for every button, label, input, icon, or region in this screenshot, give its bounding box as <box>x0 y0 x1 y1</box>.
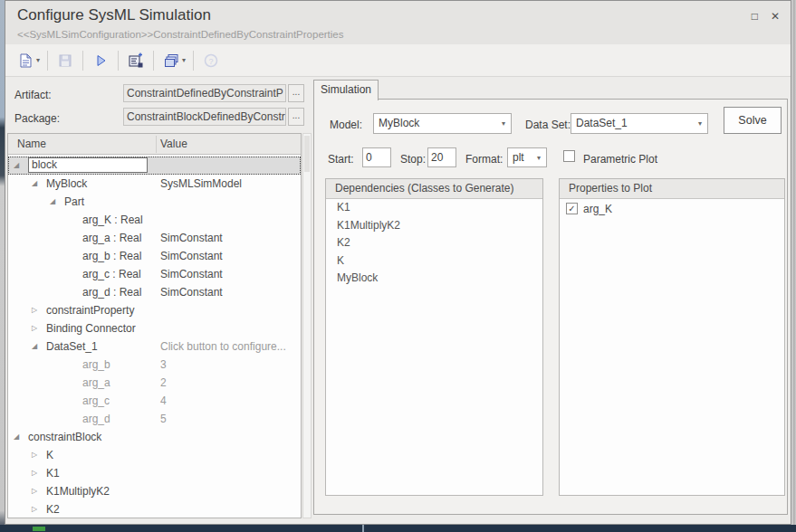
new-artifact-icon[interactable] <box>14 50 36 71</box>
tree-column-name: Name <box>17 138 46 150</box>
start-input[interactable] <box>362 147 391 167</box>
collapse-icon[interactable]: ◢ <box>14 161 19 169</box>
collapse-icon[interactable]: ◢ <box>32 179 37 187</box>
maximize-icon[interactable]: □ <box>752 10 758 23</box>
backdrop-line <box>362 525 364 532</box>
stop-input[interactable] <box>427 147 456 167</box>
tree-node-name[interactable]: arg_a : Real <box>82 232 141 244</box>
tree-node-name[interactable]: arg_b : Real <box>82 250 141 262</box>
model-dropdown[interactable]: MyBlock ▾ <box>373 113 512 134</box>
generate-code-icon[interactable] <box>125 50 147 71</box>
tree-row[interactable]: arg_b : RealSimConstant <box>8 247 301 265</box>
tree-node-value: SimConstant <box>160 232 223 244</box>
run-simulation-icon[interactable] <box>90 50 111 71</box>
dependency-item[interactable]: K1MultiplyK2 <box>326 217 542 235</box>
tree-node-name[interactable]: arg_c <box>82 394 110 407</box>
tree-node-name[interactable]: K1MultiplyK2 <box>46 485 110 498</box>
tree-node-value: Click button to configure... <box>160 340 286 353</box>
tree-node-name[interactable]: constraintBlock <box>28 431 101 443</box>
tree-row[interactable]: arg_K : Real <box>8 211 301 229</box>
dependency-item[interactable]: K2 <box>326 234 542 252</box>
expand-icon[interactable]: ▷ <box>32 324 37 332</box>
tree-node-value: SimConstant <box>160 250 223 262</box>
package-label: Package: <box>14 112 60 125</box>
tree-node-name[interactable]: constraintProperty <box>46 304 134 317</box>
tree-node-value: 5 <box>160 413 167 425</box>
tree-row[interactable]: arg_b3 <box>8 356 301 374</box>
tree-row[interactable]: ▷K2 <box>8 500 301 517</box>
artifact-browse-button[interactable]: ... <box>288 84 304 102</box>
tree-row[interactable]: ◢block <box>8 157 301 175</box>
tree-row[interactable]: ▷K1 <box>8 464 301 482</box>
tree-node-name[interactable]: DataSet_1 <box>46 340 98 353</box>
tree-node-name[interactable]: arg_a <box>82 376 110 389</box>
tree-node-name[interactable]: K <box>46 449 53 461</box>
parametric-plot-checkbox[interactable] <box>563 150 575 162</box>
tree-node-name[interactable]: arg_K : Real <box>82 214 143 226</box>
new-artifact-dropdown-icon[interactable]: ▾ <box>36 56 40 64</box>
collapse-icon[interactable]: ◢ <box>50 197 55 205</box>
simulation-tab-page: Model: MyBlock ▾ Data Set: DataSet_1 ▾ S… <box>313 99 788 515</box>
tree-row[interactable]: ◢Part <box>8 193 301 211</box>
tree-node-value: SimConstant <box>160 286 223 299</box>
tree-node-name[interactable]: Part <box>64 195 84 208</box>
expand-icon[interactable]: ▷ <box>32 487 37 495</box>
save-icon[interactable] <box>54 50 76 71</box>
toolbar-separator <box>153 51 154 71</box>
copy-icon[interactable] <box>160 50 182 71</box>
tree-row[interactable]: arg_a : RealSimConstant <box>8 229 301 247</box>
dependency-item[interactable]: K1 <box>326 199 542 217</box>
package-browse-button[interactable]: ... <box>288 108 304 126</box>
tree-row[interactable]: arg_a2 <box>8 374 301 392</box>
tree-node-value: 4 <box>160 394 167 407</box>
tree-row[interactable]: ▷K1MultiplyK2 <box>8 482 301 500</box>
tree-node-name[interactable]: arg_b <box>82 358 110 371</box>
chevron-down-icon: ▾ <box>502 114 505 133</box>
chevron-down-icon: ▾ <box>537 148 541 167</box>
tree-row[interactable]: ▷constraintProperty <box>8 301 301 319</box>
property-item[interactable]: ✓arg_K <box>560 199 784 218</box>
tree-node-name[interactable]: K2 <box>46 503 60 516</box>
solve-button[interactable]: Solve <box>724 107 782 134</box>
property-checkbox[interactable]: ✓ <box>566 203 578 214</box>
help-icon[interactable]: ? <box>200 50 222 71</box>
collapse-icon[interactable]: ◢ <box>32 342 37 350</box>
format-dropdown[interactable]: plt ▾ <box>507 147 547 167</box>
tree-row[interactable]: arg_c : RealSimConstant <box>8 265 301 283</box>
collapse-icon[interactable]: ◢ <box>14 432 19 441</box>
tree-node-name[interactable]: Binding Connector <box>46 322 136 335</box>
tree-node-name[interactable]: arg_c : Real <box>82 268 141 280</box>
copy-dropdown-icon[interactable]: ▾ <box>182 56 186 64</box>
tree-node-name-editor[interactable]: block <box>28 157 148 173</box>
tree-row[interactable]: arg_d : RealSimConstant <box>8 283 301 301</box>
tree-row[interactable]: ◢MyBlockSysMLSimModel <box>8 175 301 193</box>
stereotype-subtitle: <<SysMLSimConfiguration>>ConstraintDefin… <box>17 29 344 40</box>
tree-vertical-scrollbar[interactable] <box>302 133 312 518</box>
column-divider[interactable] <box>156 136 157 153</box>
dependencies-header: Dependencies (Classes to Generate) <box>326 179 542 199</box>
tree-row[interactable]: ▷K <box>8 446 301 464</box>
tree-row[interactable]: ◢constraintBlock <box>8 428 301 446</box>
expand-icon[interactable]: ▷ <box>32 469 37 477</box>
expand-icon[interactable]: ▷ <box>32 306 37 314</box>
configuration-tree: Name Value ◢block◢MyBlockSysMLSimModel◢P… <box>7 133 302 518</box>
scrollbar-thumb[interactable] <box>304 136 310 172</box>
close-icon[interactable]: ✕ <box>771 10 780 23</box>
expand-icon[interactable]: ▷ <box>32 451 37 459</box>
dependency-item[interactable]: K <box>326 252 542 271</box>
parametric-plot-label: Parametric Plot <box>583 153 657 166</box>
tree-node-name[interactable]: MyBlock <box>46 177 87 190</box>
package-field: ConstraintBlockDefinedByConstr <box>123 108 286 126</box>
tree-row[interactable]: ▷Binding Connector <box>8 319 301 337</box>
tree-row[interactable]: ◢DataSet_1Click button to configure... <box>8 337 301 356</box>
tree-row[interactable]: arg_d5 <box>8 410 301 428</box>
tree-row[interactable]: arg_c4 <box>8 392 301 410</box>
dependency-item[interactable]: MyBlock <box>326 270 542 288</box>
tree-node-name[interactable]: arg_d <box>82 413 110 425</box>
tree-header: Name Value <box>8 134 301 155</box>
tree-node-name[interactable]: K1 <box>46 467 60 480</box>
dataset-dropdown[interactable]: DataSet_1 ▾ <box>571 113 708 134</box>
expand-icon[interactable]: ▷ <box>32 505 37 513</box>
tab-simulation[interactable]: Simulation <box>313 80 379 100</box>
tree-node-name[interactable]: arg_d : Real <box>82 286 141 299</box>
